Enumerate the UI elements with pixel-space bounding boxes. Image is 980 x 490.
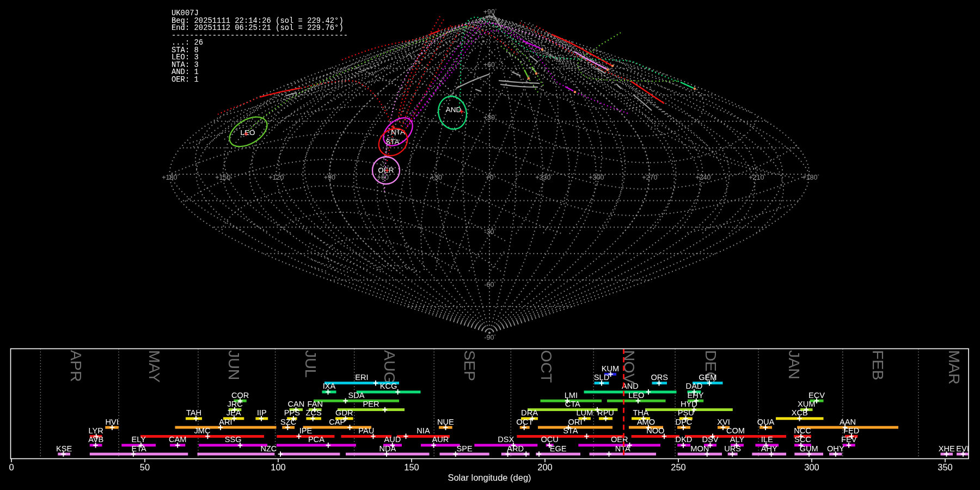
svg-text:+210°: +210° xyxy=(749,174,765,181)
svg-text:GEM: GEM xyxy=(699,373,716,382)
svg-text:IPE: IPE xyxy=(299,426,313,435)
svg-text:EGE: EGE xyxy=(550,444,567,453)
svg-text:DPC: DPC xyxy=(676,418,693,426)
svg-text:50: 50 xyxy=(140,462,150,472)
svg-text:HYD: HYD xyxy=(681,400,697,408)
svg-text:XUM: XUM xyxy=(798,400,815,408)
svg-text:KSE: KSE xyxy=(56,444,72,453)
svg-text:XCB: XCB xyxy=(792,408,808,417)
svg-text:XVI: XVI xyxy=(717,418,730,426)
svg-text:NDA: NDA xyxy=(379,444,396,453)
svg-text:CTA: CTA xyxy=(565,400,580,408)
svg-text:OCT: OCT xyxy=(516,418,533,426)
svg-text:MON: MON xyxy=(690,444,709,453)
svg-text:KUM: KUM xyxy=(602,364,619,373)
svg-text:AUD: AUD xyxy=(384,435,401,444)
svg-text:OCU: OCU xyxy=(541,435,558,444)
svg-text:RPU: RPU xyxy=(597,408,614,417)
svg-text:+60°: +60° xyxy=(377,174,390,181)
svg-text:XHE: XHE xyxy=(939,444,955,453)
svg-text:CAN: CAN xyxy=(287,400,304,408)
svg-text:ETA: ETA xyxy=(131,444,146,453)
svg-text:MAY: MAY xyxy=(146,350,163,383)
svg-text:QUA: QUA xyxy=(757,418,775,426)
svg-text:0: 0 xyxy=(9,462,14,472)
svg-text:NUE: NUE xyxy=(437,418,454,426)
svg-text:+90°: +90° xyxy=(324,174,337,181)
svg-text:+330°: +330° xyxy=(535,174,552,181)
svg-text:+180°: +180° xyxy=(162,174,179,181)
svg-text:NOO: NOO xyxy=(646,426,664,435)
svg-text:EVI: EVI xyxy=(956,444,969,453)
svg-text:THA: THA xyxy=(633,408,648,417)
svg-text:+90°: +90° xyxy=(483,8,497,16)
svg-text:CAM: CAM xyxy=(169,435,186,444)
svg-text:NTA: NTA xyxy=(615,444,630,453)
svg-text:300: 300 xyxy=(804,462,819,472)
svg-text:AUG: AUG xyxy=(381,350,399,384)
svg-text:MAR: MAR xyxy=(946,350,963,384)
svg-text:KCG: KCG xyxy=(380,382,397,390)
svg-text:SPE: SPE xyxy=(456,444,472,453)
svg-text:150: 150 xyxy=(404,462,419,472)
svg-text:JUL: JUL xyxy=(302,350,320,378)
svg-text:250: 250 xyxy=(671,462,686,472)
svg-text:CAP: CAP xyxy=(329,418,345,426)
svg-text:OER: OER xyxy=(611,435,628,444)
svg-text:ORI: ORI xyxy=(568,418,583,426)
svg-text:DAD: DAD xyxy=(686,382,703,390)
svg-text:OHY: OHY xyxy=(827,444,844,453)
svg-text:FAN: FAN xyxy=(308,400,323,408)
svg-text:DSX: DSX xyxy=(498,435,514,444)
svg-text:ORS: ORS xyxy=(651,373,668,382)
svg-text:350: 350 xyxy=(938,462,953,472)
svg-text:ELY: ELY xyxy=(131,435,146,444)
svg-text:NCC: NCC xyxy=(794,426,811,435)
svg-text:100: 100 xyxy=(271,462,286,472)
svg-text:JRC: JRC xyxy=(227,400,242,408)
svg-text:ILE: ILE xyxy=(761,435,773,444)
svg-text:COR: COR xyxy=(231,391,249,400)
svg-text:+240°: +240° xyxy=(695,174,712,181)
svg-text:SZC: SZC xyxy=(280,418,296,426)
svg-text:+150°: +150° xyxy=(215,174,232,181)
svg-text:+30°: +30° xyxy=(483,114,497,121)
svg-text:DSV: DSV xyxy=(702,435,718,444)
svg-text:+180°: +180° xyxy=(802,174,819,181)
svg-text:PER: PER xyxy=(363,400,379,408)
svg-text:FEV: FEV xyxy=(841,435,857,444)
svg-text:OER: 1: OER: 1 xyxy=(171,75,199,84)
svg-text:FEB: FEB xyxy=(869,350,887,380)
svg-text:FED: FED xyxy=(843,426,859,435)
svg-text:AHY: AHY xyxy=(761,444,777,453)
svg-text:LMI: LMI xyxy=(565,391,578,400)
svg-text:JUN: JUN xyxy=(225,350,243,380)
svg-text:Solar longitude (deg): Solar longitude (deg) xyxy=(448,473,531,482)
svg-text:ALY: ALY xyxy=(730,435,745,444)
svg-text:PPS: PPS xyxy=(284,408,300,417)
svg-text:GDR: GDR xyxy=(335,408,353,417)
svg-text:STA: STA xyxy=(385,138,399,146)
svg-text:SLD: SLD xyxy=(594,373,609,382)
svg-text:ECV: ECV xyxy=(808,391,825,400)
svg-text:AMO: AMO xyxy=(637,418,655,426)
svg-text:ERI: ERI xyxy=(355,373,368,382)
svg-text:AUR: AUR xyxy=(432,435,449,444)
svg-text:APR: APR xyxy=(68,350,85,382)
svg-text:OCT: OCT xyxy=(538,350,555,383)
svg-text:LUM: LUM xyxy=(576,408,593,417)
svg-text:+270°: +270° xyxy=(642,174,659,181)
svg-text:GUM: GUM xyxy=(800,444,818,453)
svg-text:LYR: LYR xyxy=(89,426,103,435)
svg-text:+60°: +60° xyxy=(483,61,497,69)
svg-text:NIA: NIA xyxy=(416,426,430,435)
svg-text:HVI: HVI xyxy=(105,418,118,426)
svg-text:DRA: DRA xyxy=(521,408,538,417)
svg-text:JMC: JMC xyxy=(194,426,211,435)
svg-text:+120°: +120° xyxy=(268,174,285,181)
svg-text:IXA: IXA xyxy=(323,382,336,390)
svg-text:200: 200 xyxy=(537,462,553,472)
svg-text:AND: AND xyxy=(446,106,462,114)
svg-text:STA: STA xyxy=(563,426,578,435)
svg-text:TAH: TAH xyxy=(186,408,201,417)
